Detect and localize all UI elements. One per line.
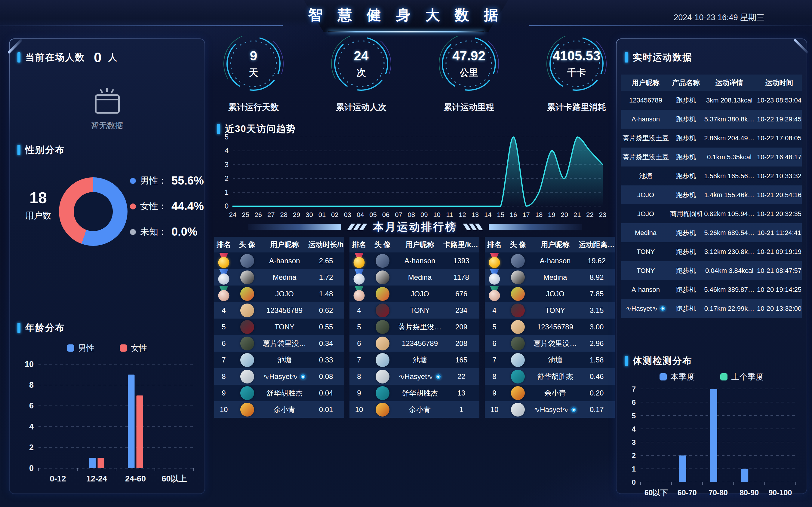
- table-row: 5薯片袋里没…209: [349, 319, 479, 335]
- section-marker: [17, 323, 20, 333]
- table-row: 8∿Hasyet∿0.08: [214, 368, 344, 385]
- avatar: [240, 303, 254, 317]
- column-header: 运动详情: [702, 78, 757, 88]
- svg-text:60以上: 60以上: [161, 474, 187, 483]
- table-row: A·hanson跑步机5.46km 389.87…10-20 19:14:25: [621, 280, 802, 299]
- column-header: 用户昵称: [621, 78, 670, 88]
- time-cell: 10-21 08:47:57: [757, 267, 802, 275]
- value-cell: 0.55: [308, 323, 344, 331]
- column-header: 排名: [214, 240, 234, 249]
- rank-cell: [214, 269, 234, 285]
- avatar-cell: [234, 320, 261, 334]
- user-name-cell: A·hanson: [621, 286, 670, 294]
- user-name-cell: Medina: [532, 273, 578, 282]
- table-row: Medina8.92: [485, 269, 615, 285]
- svg-text:5: 5: [632, 412, 636, 420]
- avatar-cell: [369, 337, 396, 350]
- detail-cell: 1.4km 155.46k…: [702, 191, 757, 199]
- avatar: [511, 403, 525, 416]
- right-panel: 实时运动数据 用户昵称产品名称运动详情运动时间123456789跑步机3km 2…: [616, 39, 807, 494]
- rank-tables: 排名头 像用户昵称运动时长/hA·hanson2.65Medina1.72JOJ…: [214, 237, 615, 418]
- svg-text:0: 0: [632, 478, 636, 486]
- avatar: [375, 271, 390, 284]
- avatar: [240, 320, 254, 334]
- svg-text:03: 03: [344, 211, 351, 219]
- avatar: [240, 337, 254, 350]
- rank-cell: [485, 269, 504, 285]
- avatar: [375, 254, 390, 268]
- svg-text:70-80: 70-80: [709, 488, 728, 497]
- user-name-cell: 余小青: [396, 405, 443, 414]
- legend-chip: [120, 344, 127, 352]
- svg-text:12-24: 12-24: [86, 474, 107, 483]
- stat-gauge: 9天累计运行天数: [216, 34, 291, 124]
- table-header-row: 排名头 像用户昵称运动距离/km: [485, 237, 615, 252]
- table-row: 薯片袋里没土豆跑步机2.86km 204.49…10-22 17:08:05: [621, 129, 802, 148]
- avatar-cell: [369, 320, 396, 334]
- gender-legend: 男性：55.6%女性：44.4%未知：0.0%: [130, 174, 204, 238]
- time-cell: 10-21 09:19:19: [757, 248, 802, 256]
- svg-text:15: 15: [497, 211, 504, 219]
- presence-value: 0: [94, 49, 102, 65]
- rank-cell: [485, 286, 504, 302]
- section-marker: [17, 52, 20, 62]
- svg-text:10: 10: [433, 211, 440, 219]
- medal-circle: [218, 290, 230, 301]
- table-row: 10∿Hasyet∿0.17: [485, 401, 615, 418]
- product-cell: 跑步机: [670, 115, 702, 124]
- gender-title: 性别分布: [25, 144, 65, 156]
- gender-total-value: 18: [16, 189, 61, 207]
- table-row: A·hanson跑步机5.37km 380.8k…10-22 19:29:45: [621, 110, 802, 129]
- user-name-cell: 薯片袋里没…: [532, 339, 578, 348]
- user-name-cell: 薯片袋里没…: [396, 322, 443, 332]
- section-fitness: 体测检测分布: [625, 355, 692, 367]
- avatar: [240, 403, 254, 416]
- avatar: [511, 370, 525, 384]
- column-header: 卡路里/kcal: [443, 240, 479, 249]
- column-header: 头 像: [234, 240, 261, 249]
- svg-text:2: 2: [632, 451, 636, 459]
- svg-text:3: 3: [632, 438, 636, 446]
- legend-value: 0.0%: [171, 225, 198, 238]
- product-cell: 跑步机: [670, 228, 702, 237]
- value-cell: 22: [443, 372, 479, 381]
- table-header-row: 用户昵称产品名称运动详情运动时间: [621, 74, 802, 91]
- avatar-cell: [369, 370, 396, 384]
- svg-text:01: 01: [318, 211, 326, 219]
- rank-cell: 8: [485, 372, 504, 381]
- svg-text:12: 12: [459, 211, 466, 219]
- user-name-cell: 池塘: [396, 355, 443, 365]
- avatar: [240, 271, 254, 284]
- rank-cell: 7: [349, 356, 369, 364]
- table-row: 8舒华胡胜杰0.46: [485, 368, 615, 385]
- user-name-cell: 123456789: [261, 306, 308, 315]
- user-name-cell: 余小青: [532, 388, 578, 398]
- nazar-badge-icon: [660, 306, 666, 312]
- rank-cell: 10: [214, 405, 234, 414]
- time-cell: 10-22 10:33:32: [757, 172, 802, 180]
- svg-text:0: 0: [225, 202, 229, 210]
- svg-text:1: 1: [632, 465, 636, 473]
- rank-cell: 7: [214, 356, 234, 364]
- svg-text:6: 6: [632, 398, 636, 406]
- gauge-center: 4105.53千卡: [547, 34, 607, 94]
- column-header: 运动时长/h: [308, 240, 344, 249]
- detail-cell: 5.37km 380.8k…: [702, 115, 757, 123]
- rank-cell: 8: [214, 372, 234, 381]
- medal-circle: [489, 290, 500, 301]
- trend-line-chart: 0123452425262728293001020304050607080910…: [219, 132, 608, 221]
- left-panel: 当前在场人数 0 人 暂无数据 性别分布 18 用户数 男性：55.6%女性：4…: [9, 39, 205, 494]
- user-name-cell: TONY: [261, 323, 308, 331]
- value-cell: 1.58: [578, 356, 615, 364]
- time-cell: 10-22 19:29:45: [757, 115, 802, 123]
- user-name-cell: 余小青: [261, 405, 308, 414]
- stat-gauge: 47.92公里累计运动里程: [431, 34, 506, 124]
- avatar-cell: [234, 337, 261, 350]
- gender-donut-chart: [59, 177, 128, 246]
- medal-silver-icon: [488, 269, 501, 285]
- svg-text:1: 1: [225, 188, 229, 196]
- svg-text:11: 11: [446, 211, 453, 219]
- table-row: JOJO1.48: [214, 285, 344, 302]
- rank-cell: 9: [485, 389, 504, 397]
- datetime-text: 2024-10-23 16:49 星期三: [674, 12, 764, 23]
